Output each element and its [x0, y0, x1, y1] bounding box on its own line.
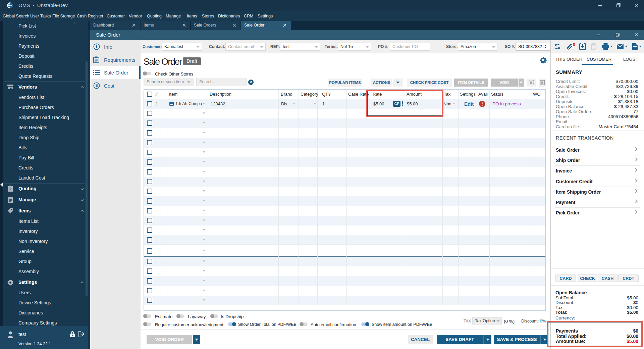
svg-text:$: $: [96, 83, 98, 88]
svg-text:?: ?: [9, 187, 12, 191]
